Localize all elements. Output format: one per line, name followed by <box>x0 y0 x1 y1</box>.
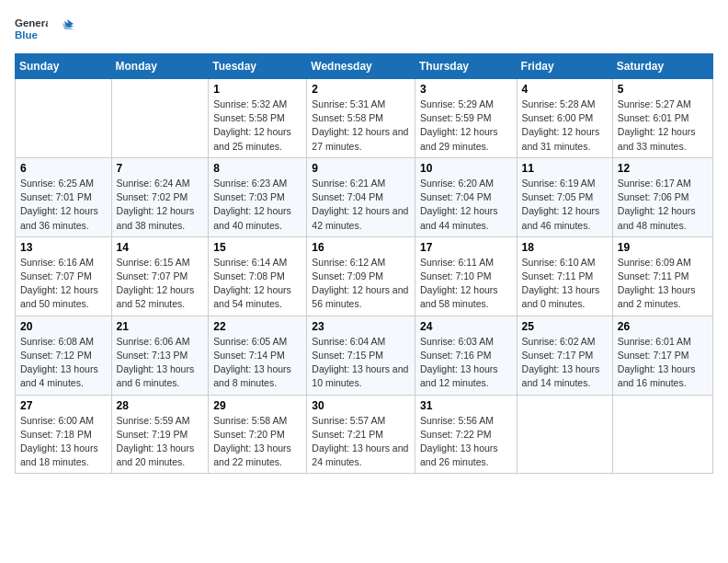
calendar-cell: 18Sunrise: 6:10 AMSunset: 7:11 PMDayligh… <box>517 236 612 316</box>
day-number: 30 <box>312 399 410 412</box>
calendar-cell: 26Sunrise: 6:01 AMSunset: 7:17 PMDayligh… <box>612 316 712 395</box>
calendar-cell: 23Sunrise: 6:04 AMSunset: 7:15 PMDayligh… <box>307 316 415 395</box>
day-info: Sunrise: 6:20 AMSunset: 7:04 PMDaylight:… <box>420 177 512 233</box>
calendar-cell: 2Sunrise: 5:31 AMSunset: 5:58 PMDaylight… <box>307 79 415 158</box>
day-number: 24 <box>420 320 512 333</box>
calendar-cell: 15Sunrise: 6:14 AMSunset: 7:08 PMDayligh… <box>209 236 307 316</box>
day-info: Sunrise: 6:11 AMSunset: 7:10 PMDaylight:… <box>420 256 512 312</box>
day-info: Sunrise: 6:25 AMSunset: 7:01 PMDaylight:… <box>20 177 107 233</box>
day-number: 8 <box>213 162 301 175</box>
calendar-cell: 24Sunrise: 6:03 AMSunset: 7:16 PMDayligh… <box>415 316 517 395</box>
day-info: Sunrise: 6:06 AMSunset: 7:13 PMDaylight:… <box>117 335 204 391</box>
calendar-cell: 6Sunrise: 6:25 AMSunset: 7:01 PMDaylight… <box>16 157 112 236</box>
day-info: Sunrise: 5:28 AMSunset: 6:00 PMDaylight:… <box>522 98 608 154</box>
calendar-header-row: SundayMondayTuesdayWednesdayThursdayFrid… <box>16 54 713 79</box>
day-number: 1 <box>213 83 301 96</box>
calendar-cell: 1Sunrise: 5:32 AMSunset: 5:58 PMDaylight… <box>209 79 307 158</box>
day-number: 23 <box>312 320 410 333</box>
logo-bird: General Blue <box>15 15 48 46</box>
day-number: 22 <box>213 320 301 333</box>
calendar-cell: 20Sunrise: 6:08 AMSunset: 7:12 PMDayligh… <box>16 316 112 395</box>
day-number: 14 <box>117 241 204 254</box>
day-number: 26 <box>618 320 708 333</box>
calendar-cell: 5Sunrise: 5:27 AMSunset: 6:01 PMDaylight… <box>612 79 712 158</box>
calendar-cell: 22Sunrise: 6:05 AMSunset: 7:14 PMDayligh… <box>209 316 307 395</box>
day-number: 21 <box>117 320 204 333</box>
day-info: Sunrise: 6:14 AMSunset: 7:08 PMDaylight:… <box>213 256 301 312</box>
day-info: Sunrise: 5:57 AMSunset: 7:21 PMDaylight:… <box>312 414 410 470</box>
calendar: SundayMondayTuesdayWednesdayThursdayFrid… <box>15 53 713 474</box>
calendar-cell: 27Sunrise: 6:00 AMSunset: 7:18 PMDayligh… <box>16 395 112 474</box>
calendar-cell: 19Sunrise: 6:09 AMSunset: 7:11 PMDayligh… <box>612 236 712 316</box>
day-info: Sunrise: 6:23 AMSunset: 7:03 PMDaylight:… <box>213 177 301 233</box>
day-info: Sunrise: 6:24 AMSunset: 7:02 PMDaylight:… <box>117 177 204 233</box>
calendar-cell: 30Sunrise: 5:57 AMSunset: 7:21 PMDayligh… <box>307 395 415 474</box>
day-info: Sunrise: 5:27 AMSunset: 6:01 PMDaylight:… <box>618 98 708 154</box>
day-number: 9 <box>312 162 410 175</box>
day-info: Sunrise: 6:02 AMSunset: 7:17 PMDaylight:… <box>522 335 608 391</box>
day-number: 6 <box>20 162 107 175</box>
calendar-cell: 28Sunrise: 5:59 AMSunset: 7:19 PMDayligh… <box>111 395 209 474</box>
day-info: Sunrise: 5:56 AMSunset: 7:22 PMDaylight:… <box>420 414 512 470</box>
day-info: Sunrise: 6:21 AMSunset: 7:04 PMDaylight:… <box>312 177 410 233</box>
column-header-saturday: Saturday <box>612 54 712 79</box>
day-number: 12 <box>618 162 708 175</box>
calendar-cell <box>111 79 209 158</box>
column-header-sunday: Sunday <box>16 54 112 79</box>
day-info: Sunrise: 6:16 AMSunset: 7:07 PMDaylight:… <box>20 256 107 312</box>
day-info: Sunrise: 5:59 AMSunset: 7:19 PMDaylight:… <box>117 414 204 470</box>
calendar-cell: 4Sunrise: 5:28 AMSunset: 6:00 PMDaylight… <box>517 79 612 158</box>
day-number: 16 <box>312 241 410 254</box>
day-number: 20 <box>20 320 107 333</box>
day-info: Sunrise: 6:00 AMSunset: 7:18 PMDaylight:… <box>20 414 107 470</box>
calendar-cell: 10Sunrise: 6:20 AMSunset: 7:04 PMDayligh… <box>415 157 517 236</box>
calendar-cell: 11Sunrise: 6:19 AMSunset: 7:05 PMDayligh… <box>517 157 612 236</box>
calendar-cell: 14Sunrise: 6:15 AMSunset: 7:07 PMDayligh… <box>111 236 209 316</box>
column-header-friday: Friday <box>517 54 612 79</box>
calendar-cell: 3Sunrise: 5:29 AMSunset: 5:59 PMDaylight… <box>415 79 517 158</box>
calendar-cell: 16Sunrise: 6:12 AMSunset: 7:09 PMDayligh… <box>307 236 415 316</box>
column-header-thursday: Thursday <box>415 54 517 79</box>
day-info: Sunrise: 6:05 AMSunset: 7:14 PMDaylight:… <box>213 335 301 391</box>
day-number: 5 <box>618 83 708 96</box>
day-info: Sunrise: 6:19 AMSunset: 7:05 PMDaylight:… <box>522 177 608 233</box>
day-info: Sunrise: 6:01 AMSunset: 7:17 PMDaylight:… <box>618 335 708 391</box>
calendar-cell: 31Sunrise: 5:56 AMSunset: 7:22 PMDayligh… <box>415 395 517 474</box>
day-number: 18 <box>522 241 608 254</box>
logo: General Blue <box>15 15 74 46</box>
day-number: 4 <box>522 83 608 96</box>
day-info: Sunrise: 5:29 AMSunset: 5:59 PMDaylight:… <box>420 98 512 154</box>
day-number: 2 <box>312 83 410 96</box>
calendar-cell <box>517 395 612 474</box>
calendar-cell <box>612 395 712 474</box>
day-number: 11 <box>522 162 608 175</box>
day-info: Sunrise: 6:08 AMSunset: 7:12 PMDaylight:… <box>20 335 107 391</box>
day-number: 10 <box>420 162 512 175</box>
calendar-cell: 21Sunrise: 6:06 AMSunset: 7:13 PMDayligh… <box>111 316 209 395</box>
calendar-week-row: 6Sunrise: 6:25 AMSunset: 7:01 PMDaylight… <box>16 157 713 236</box>
calendar-cell: 12Sunrise: 6:17 AMSunset: 7:06 PMDayligh… <box>612 157 712 236</box>
day-info: Sunrise: 6:09 AMSunset: 7:11 PMDaylight:… <box>618 256 708 312</box>
day-info: Sunrise: 6:15 AMSunset: 7:07 PMDaylight:… <box>117 256 204 312</box>
calendar-week-row: 20Sunrise: 6:08 AMSunset: 7:12 PMDayligh… <box>16 316 713 395</box>
calendar-cell: 25Sunrise: 6:02 AMSunset: 7:17 PMDayligh… <box>517 316 612 395</box>
day-number: 31 <box>420 399 512 412</box>
day-number: 7 <box>117 162 204 175</box>
day-number: 28 <box>117 399 204 412</box>
column-header-wednesday: Wednesday <box>307 54 415 79</box>
day-number: 27 <box>20 399 107 412</box>
day-info: Sunrise: 6:04 AMSunset: 7:15 PMDaylight:… <box>312 335 410 391</box>
svg-text:General: General <box>15 17 48 29</box>
calendar-week-row: 27Sunrise: 6:00 AMSunset: 7:18 PMDayligh… <box>16 395 713 474</box>
day-info: Sunrise: 6:10 AMSunset: 7:11 PMDaylight:… <box>522 256 608 312</box>
day-number: 17 <box>420 241 512 254</box>
column-header-monday: Monday <box>111 54 209 79</box>
calendar-cell <box>16 79 112 158</box>
calendar-cell: 8Sunrise: 6:23 AMSunset: 7:03 PMDaylight… <box>209 157 307 236</box>
day-info: Sunrise: 5:31 AMSunset: 5:58 PMDaylight:… <box>312 98 410 154</box>
svg-text:Blue: Blue <box>15 29 38 40</box>
column-header-tuesday: Tuesday <box>209 54 307 79</box>
calendar-cell: 17Sunrise: 6:11 AMSunset: 7:10 PMDayligh… <box>415 236 517 316</box>
calendar-cell: 9Sunrise: 6:21 AMSunset: 7:04 PMDaylight… <box>307 157 415 236</box>
day-number: 13 <box>20 241 107 254</box>
